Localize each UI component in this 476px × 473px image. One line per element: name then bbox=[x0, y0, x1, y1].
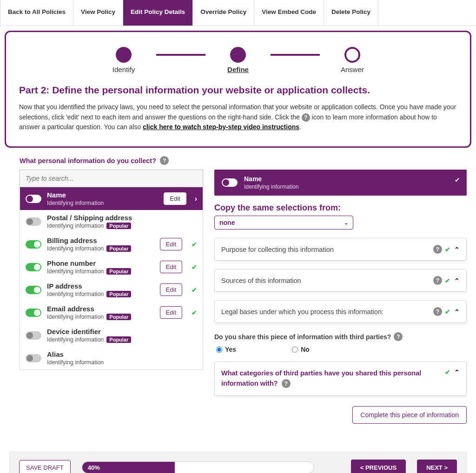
check-icon: ✔ bbox=[455, 176, 460, 184]
step-circle-icon bbox=[344, 47, 360, 63]
tab-override-policy[interactable]: Override Policy bbox=[193, 0, 254, 26]
previous-button[interactable]: < PREVIOUS bbox=[351, 460, 406, 473]
complete-button[interactable]: Complete this piece of information bbox=[352, 406, 467, 424]
info-list: Name Identifying information Edit › Post… bbox=[20, 187, 203, 370]
step-connector bbox=[271, 54, 320, 56]
check-icon: ✔ bbox=[445, 277, 450, 284]
detail-header-sub: Identifying information bbox=[244, 184, 298, 190]
video-instructions-link[interactable]: click here to watch step-by-step video i… bbox=[143, 123, 299, 131]
save-draft-button[interactable]: SAVE DRAFT bbox=[19, 460, 71, 473]
tab-delete-policy[interactable]: Delete Policy bbox=[324, 0, 378, 26]
toggle-switch[interactable] bbox=[26, 240, 41, 249]
tab-view-policy[interactable]: View Policy bbox=[73, 0, 123, 26]
popular-badge: Popular bbox=[106, 336, 131, 343]
accordion-purpose[interactable]: Purpose for collecting this information … bbox=[214, 238, 467, 261]
accordion-third-parties[interactable]: What categories of third parties have yo… bbox=[214, 361, 467, 396]
tab-bar: Back to All Policies View Policy Edit Po… bbox=[0, 0, 476, 26]
panel-body: Now that you identified the privacy laws… bbox=[19, 102, 457, 132]
dropdown-value: none bbox=[219, 219, 235, 226]
chevron-up-icon: ⌃ bbox=[454, 368, 460, 376]
chevron-up-icon: ⌃ bbox=[454, 246, 460, 253]
copy-selections-title: Copy the same selections from: bbox=[214, 203, 467, 213]
info-item-postal[interactable]: Postal / Shipping address Identifying in… bbox=[20, 210, 203, 233]
help-icon[interactable]: ? bbox=[394, 332, 403, 341]
info-item-email[interactable]: Email address Identifying information Po… bbox=[20, 301, 203, 324]
item-category-label: Identifying information bbox=[47, 359, 104, 366]
edit-button[interactable]: Edit bbox=[164, 192, 186, 205]
collect-question-title: What personal information do you collect… bbox=[20, 156, 471, 165]
edit-button[interactable]: Edit bbox=[160, 283, 182, 296]
check-icon: ✔ bbox=[192, 286, 197, 294]
accordion-title: Purpose for collecting this information bbox=[221, 246, 430, 253]
help-icon[interactable]: ? bbox=[282, 379, 291, 388]
info-item-name[interactable]: Name Identifying information Edit › bbox=[20, 187, 203, 210]
item-name-label: Email address bbox=[47, 305, 154, 313]
info-item-ip[interactable]: IP address Identifying information Popul… bbox=[20, 278, 203, 301]
step-circle-icon bbox=[230, 47, 246, 63]
info-item-device-id[interactable]: Device identifier Identifying informatio… bbox=[20, 324, 203, 347]
share-radio-group: Yes No bbox=[216, 346, 467, 353]
accordion-sources[interactable]: Sources of this information ? ✔ ⌃ bbox=[214, 269, 467, 292]
detail-column: Name Identifying information ✔ Copy the … bbox=[214, 170, 467, 424]
accordion-title: Sources of this information bbox=[221, 277, 430, 284]
toggle-switch[interactable] bbox=[26, 195, 41, 203]
edit-button[interactable]: Edit bbox=[160, 306, 182, 319]
next-button[interactable]: NEXT > bbox=[417, 460, 457, 473]
stepper: Identify Define Answer bbox=[19, 47, 457, 73]
popular-badge: Popular bbox=[106, 245, 131, 252]
wizard-footer: SAVE DRAFT 40% < PREVIOUS NEXT > bbox=[9, 452, 467, 473]
edit-button[interactable]: Edit bbox=[160, 261, 182, 273]
toggle-switch[interactable] bbox=[26, 309, 41, 317]
check-icon: ✔ bbox=[192, 241, 197, 248]
progress-bar: 40% bbox=[82, 461, 314, 473]
step-identify[interactable]: Identify bbox=[91, 47, 156, 73]
popular-badge: Popular bbox=[106, 223, 131, 229]
step-define[interactable]: Define bbox=[205, 47, 271, 73]
progress-fill: 40% bbox=[82, 462, 175, 473]
edit-button[interactable]: Edit bbox=[160, 238, 182, 250]
tab-back-to-policies[interactable]: Back to All Policies bbox=[0, 0, 73, 26]
toggle-switch[interactable] bbox=[26, 263, 41, 271]
copy-selections-dropdown[interactable]: none ⌄ bbox=[214, 216, 353, 230]
step-label: Define bbox=[227, 66, 249, 73]
popular-badge: Popular bbox=[106, 291, 131, 297]
step-answer[interactable]: Answer bbox=[320, 47, 385, 73]
info-item-billing[interactable]: Billing address Identifying information … bbox=[20, 233, 203, 256]
question-text: What categories of third parties have yo… bbox=[221, 369, 421, 387]
accordion-title: What categories of third parties have yo… bbox=[221, 368, 442, 389]
share-yes-option[interactable]: Yes bbox=[216, 346, 236, 353]
toggle-switch[interactable] bbox=[222, 178, 238, 187]
info-item-phone[interactable]: Phone number Identifying information Pop… bbox=[20, 256, 203, 278]
help-icon[interactable]: ? bbox=[433, 307, 442, 316]
popular-badge: Popular bbox=[106, 314, 131, 320]
item-name-label: Device identifier bbox=[47, 328, 197, 335]
toggle-switch[interactable] bbox=[26, 331, 41, 340]
toggle-switch[interactable] bbox=[26, 354, 41, 362]
step-circle-icon bbox=[116, 47, 132, 63]
tab-edit-policy-details[interactable]: Edit Policy Details bbox=[123, 0, 193, 26]
radio-label: No bbox=[301, 346, 310, 353]
item-category-label: Identifying information bbox=[47, 268, 104, 275]
info-list-column: Name Identifying information Edit › Post… bbox=[20, 170, 203, 424]
question-text: Do you share this piece of information w… bbox=[214, 333, 391, 341]
check-icon: ✔ bbox=[445, 368, 450, 376]
help-icon[interactable]: ? bbox=[302, 113, 310, 122]
info-item-alias[interactable]: Alias Identifying information bbox=[20, 347, 203, 369]
check-icon: ✔ bbox=[445, 246, 450, 253]
check-icon: ✔ bbox=[192, 263, 197, 271]
tab-view-embed-code[interactable]: View Embed Code bbox=[254, 0, 324, 26]
radio-no[interactable] bbox=[292, 347, 298, 353]
toggle-switch[interactable] bbox=[26, 217, 41, 226]
item-name-label: Postal / Shipping address bbox=[47, 214, 197, 222]
accordion-legal-bases[interactable]: Legal bases under which you process this… bbox=[214, 300, 467, 323]
help-icon[interactable]: ? bbox=[160, 156, 169, 165]
search-input[interactable] bbox=[20, 170, 203, 187]
chevron-right-icon: › bbox=[195, 195, 197, 203]
help-icon[interactable]: ? bbox=[433, 245, 442, 254]
radio-yes[interactable] bbox=[216, 347, 222, 353]
chevron-up-icon: ⌃ bbox=[454, 277, 460, 284]
item-name-label: Name bbox=[47, 191, 158, 199]
toggle-switch[interactable] bbox=[26, 286, 41, 294]
help-icon[interactable]: ? bbox=[433, 276, 442, 285]
share-no-option[interactable]: No bbox=[292, 346, 310, 353]
